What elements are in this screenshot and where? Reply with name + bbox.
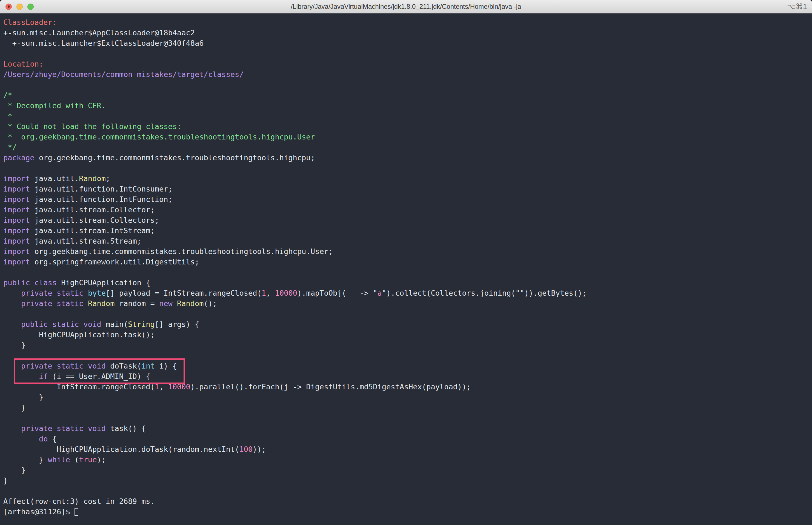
terminal-line <box>3 48 809 59</box>
terminal-line: import org.springframework.util.DigestUt… <box>3 257 809 267</box>
terminal-window: /Library/Java/JavaVirtualMachines/jdk1.8… <box>0 0 812 525</box>
zoom-button[interactable] <box>27 3 34 10</box>
terminal-line: * Decompiled with CFR. <box>3 101 809 111</box>
terminal-line: Location: <box>3 59 809 69</box>
minimize-button[interactable] <box>16 3 23 10</box>
terminal-line: +-sun.misc.Launcher$AppClassLoader@18b4a… <box>3 28 809 38</box>
terminal-line: import java.util.function.IntFunction; <box>3 194 809 205</box>
terminal-line: public class HighCPUApplication { <box>3 278 809 288</box>
close-button[interactable] <box>5 3 12 10</box>
window-title: /Library/Java/JavaVirtualMachines/jdk1.8… <box>291 3 521 11</box>
terminal-line: [arthas@31126]$ <box>3 507 809 517</box>
terminal-line: } <box>3 465 809 476</box>
terminal-line: /Users/zhuye/Documents/common-mistakes/t… <box>3 69 809 80</box>
terminal-line <box>3 486 809 496</box>
terminal-line <box>3 413 809 423</box>
terminal-line <box>3 309 809 319</box>
terminal-line: private static void task() { <box>3 423 809 434</box>
terminal-line: /* <box>3 90 809 101</box>
terminal-line: import java.util.Random; <box>3 174 809 184</box>
terminal-line <box>3 163 809 174</box>
terminal-line: ClassLoader: <box>3 17 809 28</box>
terminal-line: Affect(row-cnt:3) cost in 2689 ms. <box>3 496 809 507</box>
terminal-line: do { <box>3 434 809 444</box>
terminal-line: package org.geekbang.time.commonmistakes… <box>3 153 809 163</box>
terminal-line: } <box>3 403 809 413</box>
terminal-line: HighCPUApplication.task(); <box>3 330 809 340</box>
terminal-line: private static void doTask(int i) { <box>3 361 809 371</box>
close-dot-icon <box>8 5 10 8</box>
terminal-line: if (i == User.ADMIN_ID) { <box>3 371 809 382</box>
terminal-line: import java.util.stream.IntStream; <box>3 225 809 236</box>
terminal-line: import java.util.stream.Collector; <box>3 205 809 215</box>
terminal-line: public static void main(String[] args) { <box>3 319 809 330</box>
terminal-line: import java.util.function.IntConsumer; <box>3 184 809 194</box>
terminal-line <box>3 350 809 361</box>
traffic-lights <box>5 0 34 13</box>
terminal-line: } <box>3 340 809 350</box>
terminal-line: } while (true); <box>3 454 809 465</box>
terminal-line <box>3 80 809 90</box>
terminal-line: IntStream.rangeClosed(1, 10000).parallel… <box>3 382 809 392</box>
terminal-line: } <box>3 476 809 486</box>
terminal-line: */ <box>3 142 809 153</box>
terminal-line: import java.util.stream.Stream; <box>3 236 809 246</box>
terminal-cursor <box>75 508 78 516</box>
window-titlebar: /Library/Java/JavaVirtualMachines/jdk1.8… <box>0 0 812 13</box>
terminal-line: private static Random random = new Rando… <box>3 298 809 309</box>
terminal-line: * org.geekbang.time.commonmistakes.troub… <box>3 132 809 142</box>
terminal-line: import java.util.stream.Collectors; <box>3 215 809 225</box>
terminal-screen[interactable]: ClassLoader:+-sun.misc.Launcher$AppClass… <box>0 13 812 525</box>
terminal-line: * Could not load the following classes: <box>3 121 809 132</box>
terminal-line <box>3 267 809 278</box>
tab-shortcut-label: ⌥⌘1 <box>787 2 807 11</box>
terminal-line: import org.geekbang.time.commonmistakes.… <box>3 246 809 257</box>
terminal-line: * <box>3 111 809 121</box>
terminal-line: private static byte[] payload = IntStrea… <box>3 288 809 298</box>
terminal-output: ClassLoader:+-sun.misc.Launcher$AppClass… <box>3 17 809 517</box>
terminal-line: HighCPUApplication.doTask(random.nextInt… <box>3 444 809 454</box>
terminal-line: +-sun.misc.Launcher$ExtClassLoader@340f4… <box>3 38 809 48</box>
terminal-line: } <box>3 392 809 403</box>
